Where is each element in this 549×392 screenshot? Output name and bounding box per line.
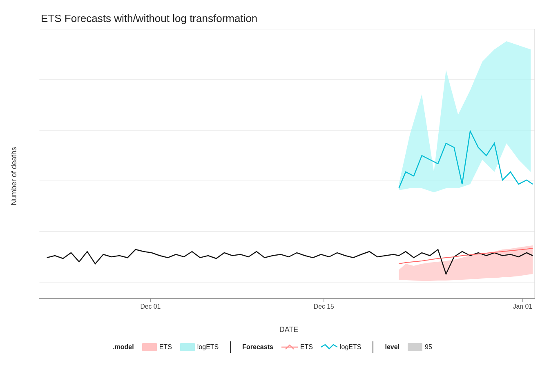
x-axis-label: DATE <box>41 325 537 334</box>
legend-level-label: level <box>385 343 399 351</box>
legend-separator <box>230 341 231 353</box>
level-95-swatch <box>408 343 422 351</box>
ets-swatch <box>142 343 157 351</box>
svg-text:Dec 15: Dec 15 <box>314 303 334 310</box>
legend-forecasts-label: Forecasts <box>242 343 273 351</box>
legend-95: 95 <box>408 343 432 351</box>
legend-logETS-band: logETS <box>180 343 219 351</box>
svg-text:Jan 01: Jan 01 <box>513 303 533 310</box>
chart-svg: 0 500 1000 1500 2000 Dec 01 Dec 15 Jan 0… <box>39 29 535 323</box>
svg-text:Dec 01: Dec 01 <box>140 303 161 310</box>
logETS-line-icon <box>321 343 337 351</box>
legend-ets-band: ETS <box>142 343 172 351</box>
logETS-swatch <box>180 343 195 351</box>
legend-separator2 <box>373 341 373 353</box>
chart-container: ETS Forecasts with/without log transform… <box>0 0 549 392</box>
ets-line-icon <box>281 343 298 351</box>
legend-ets-line: ETS <box>281 343 313 351</box>
chart-title: ETS Forecasts with/without log transform… <box>41 12 537 25</box>
legend: .model ETS logETS Forecasts ETS <box>8 337 537 357</box>
legend-logETS-line: logETS <box>321 343 361 351</box>
chart-area: Number of deaths 0 500 1000 1500 2000 De… <box>8 29 537 323</box>
y-axis-label: Number of deaths <box>10 147 19 205</box>
legend-model-label: .model <box>113 343 134 351</box>
